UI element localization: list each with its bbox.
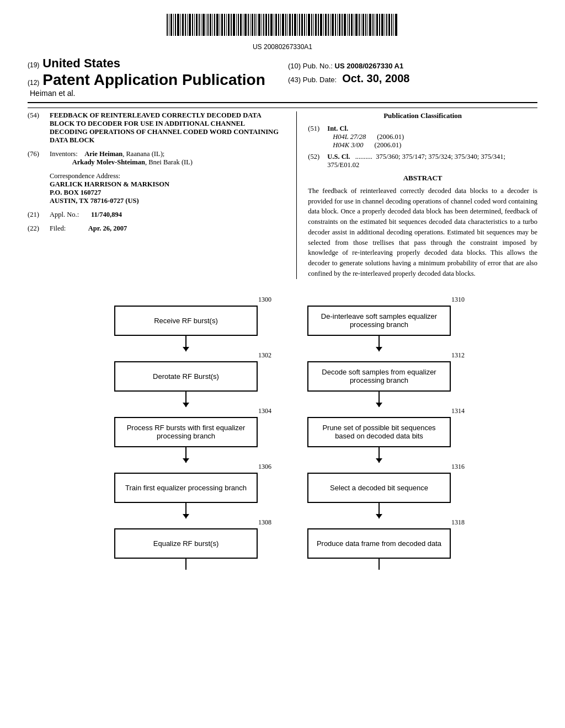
int-cl-1: H04L 27/28 [333, 133, 366, 141]
svg-rect-74 [339, 14, 340, 36]
corr-line3: AUSTIN, TX 78716-0727 (US) [50, 197, 280, 205]
header-divider [28, 102, 537, 103]
inventor-1-name: Arie Heiman [84, 150, 122, 158]
svg-rect-58 [301, 14, 303, 36]
svg-rect-28 [231, 14, 232, 36]
svg-rect-48 [278, 14, 279, 36]
int-cl-num: (51) [308, 125, 327, 133]
us-cl-row: (52) U.S. Cl. .......... 375/360; 375/14… [308, 153, 537, 169]
pub-date-prefix: (43) Pub. Date: [288, 76, 337, 84]
page: US 20080267330A1 (19) United States (12)… [0, 0, 565, 728]
filed-value: Apr. 26, 2007 [88, 224, 127, 232]
int-cl-content: Int. Cl. H04L 27/28 (2006.01) H04K 3/00 … [327, 125, 404, 149]
appl-num-field: (21) Appl. No.: 11/740,894 [28, 211, 280, 219]
svg-rect-9 [187, 14, 188, 36]
svg-rect-96 [391, 14, 392, 36]
fc-label-1302: 1302 [258, 351, 271, 360]
filed-field: (22) Filed: Apr. 26, 2007 [28, 224, 280, 233]
svg-rect-35 [248, 14, 249, 36]
fc-label-1312: 1312 [451, 351, 465, 360]
left-header: (19) United States (12) Patent Applicati… [28, 56, 277, 98]
svg-rect-75 [342, 14, 343, 36]
fc-arrow-r1 [379, 336, 380, 351]
pub-num-prefix: (10) Pub. No.: [288, 62, 333, 70]
left-flowchart: 1300 Receive RF burst(s) 1302 Derotate R… [100, 296, 271, 570]
svg-rect-71 [332, 14, 334, 36]
filed-label: Filed: [50, 224, 66, 232]
svg-rect-81 [355, 14, 358, 36]
svg-rect-51 [285, 14, 286, 36]
fc-label-1316: 1316 [451, 463, 465, 471]
svg-rect-72 [335, 14, 336, 36]
svg-rect-80 [354, 14, 354, 36]
svg-rect-29 [233, 14, 235, 36]
svg-rect-97 [393, 14, 394, 36]
svg-rect-91 [379, 14, 380, 36]
inventors-field: (76) Inventors: Arie Heiman, Raanana (IL… [28, 150, 280, 167]
svg-rect-23 [220, 14, 220, 36]
fc-arrow-3 [185, 447, 186, 463]
svg-rect-10 [189, 14, 191, 36]
svg-rect-78 [349, 14, 350, 36]
svg-rect-16 [202, 14, 205, 36]
right-flowchart: 1310 De-interleave soft samples equalize… [294, 296, 465, 570]
svg-rect-26 [226, 14, 227, 36]
svg-rect-89 [375, 14, 375, 36]
inventor-num: (76) [28, 150, 50, 167]
pub-date-line: (43) Pub. Date: Oct. 30, 2008 [288, 72, 537, 85]
fc-box-derotate: Derotate RF Burst(s) [114, 361, 258, 392]
svg-rect-65 [318, 14, 319, 36]
svg-rect-64 [315, 14, 317, 36]
svg-rect-0 [167, 14, 168, 36]
fc-label-1304: 1304 [258, 407, 271, 415]
svg-rect-11 [192, 14, 193, 36]
svg-rect-31 [238, 14, 239, 36]
svg-rect-18 [207, 14, 209, 36]
svg-rect-73 [337, 14, 338, 36]
fc-label-1318: 1318 [451, 518, 465, 527]
header-divider-thin [28, 108, 537, 108]
svg-rect-2 [170, 14, 172, 36]
header-section: (19) United States (12) Patent Applicati… [28, 56, 537, 98]
svg-rect-43 [265, 14, 267, 36]
fc-box-select: Select a decoded bit sequence [307, 473, 451, 503]
fc-box-receive-rf: Receive RF burst(s) [114, 306, 258, 336]
fc-box-produce: Produce data frame from decoded data [307, 528, 451, 559]
appl-num-value: 11/740,894 [91, 211, 122, 218]
svg-rect-77 [347, 14, 348, 36]
svg-rect-66 [320, 14, 322, 36]
title-content: FEEDBACK OF REINTERLEAVED CORRECTLY DECO… [50, 111, 280, 144]
svg-rect-69 [328, 14, 329, 36]
fc-box-equalize: Equalize RF burst(s) [114, 528, 258, 559]
svg-rect-56 [297, 14, 298, 36]
fc-label-1310: 1310 [451, 296, 465, 304]
svg-rect-13 [196, 14, 198, 36]
type-prefix: (12) [28, 79, 39, 87]
fc-arrow-r3 [379, 447, 380, 463]
fc-label-1306: 1306 [258, 463, 271, 471]
us-cl-value: 375/360; 375/147; 375/324; 375/340; 375/… [327, 153, 505, 169]
title-num: (54) [28, 111, 50, 144]
country-name: United States [42, 56, 120, 71]
svg-rect-33 [243, 14, 243, 36]
svg-rect-60 [306, 14, 307, 36]
svg-rect-21 [214, 14, 215, 36]
svg-rect-52 [287, 14, 288, 36]
patent-number-barcode: US 20080267330A1 [28, 43, 537, 51]
svg-rect-93 [385, 14, 385, 36]
svg-rect-6 [180, 14, 181, 36]
svg-rect-14 [199, 14, 200, 36]
svg-rect-45 [270, 14, 273, 36]
svg-rect-38 [254, 14, 255, 36]
fc-arrow-2 [185, 392, 186, 407]
us-cl-num: (52) [308, 153, 327, 161]
correspondence-address: Correspondence Address: GARLICK HARRISON… [50, 172, 280, 205]
svg-rect-40 [258, 14, 260, 36]
svg-rect-92 [381, 14, 383, 36]
svg-rect-12 [194, 14, 195, 36]
svg-rect-4 [175, 14, 176, 36]
fc-arrow-4 [185, 503, 186, 518]
fc-tail-left [185, 559, 186, 570]
svg-rect-7 [182, 14, 184, 36]
int-cl-1-year: (2006.01) [377, 133, 404, 141]
